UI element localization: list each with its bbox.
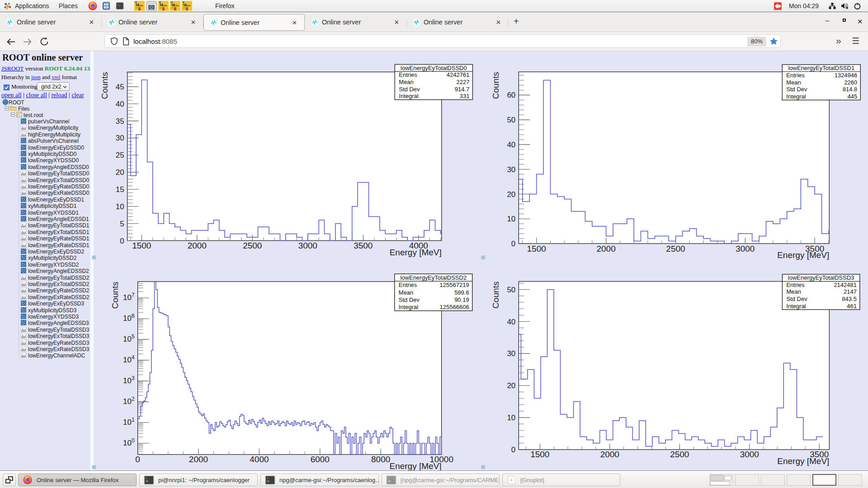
svg-text:4000: 4000 (250, 455, 269, 464)
svg-text:105: 105 (123, 333, 135, 343)
svg-text:1500: 1500 (132, 241, 151, 250)
svg-text:5: 5 (120, 220, 124, 228)
svg-text:2147: 2147 (844, 288, 857, 295)
svg-text:2260: 2260 (844, 79, 857, 86)
svg-text:Counts: Counts (110, 282, 120, 309)
svg-text:814.8: 814.8 (843, 86, 858, 93)
svg-text:Counts: Counts (491, 72, 500, 99)
svg-text:idas: idas (174, 4, 179, 7)
svg-text:lowEnergyEyTotalDSSD1: lowEnergyEyTotalDSSD1 (788, 65, 854, 71)
svg-text:100: 100 (123, 437, 135, 447)
svg-text:>: > (146, 476, 148, 480)
svg-text:599.6: 599.6 (454, 289, 469, 296)
svg-text:2142481: 2142481 (834, 282, 857, 288)
svg-text:30: 30 (507, 349, 515, 358)
svg-text:8000: 8000 (371, 455, 390, 464)
svg-text:843.5: 843.5 (842, 296, 857, 302)
svg-text:914.7: 914.7 (455, 86, 470, 93)
svg-text:2000: 2000 (596, 244, 615, 253)
svg-text:104: 104 (123, 354, 135, 364)
svg-text:0: 0 (511, 239, 515, 248)
svg-text:Integral: Integral (399, 304, 418, 310)
svg-text:90.19: 90.19 (454, 296, 469, 303)
svg-text:6000: 6000 (311, 455, 330, 464)
svg-text:Mean: Mean (399, 289, 414, 296)
svg-text:Integral: Integral (786, 303, 806, 310)
svg-text:125567219: 125567219 (440, 282, 469, 288)
svg-text:20: 20 (507, 381, 515, 390)
svg-text:Mean: Mean (786, 288, 801, 295)
svg-text:lowEnergyEyTotalDSSD3: lowEnergyEyTotalDSSD3 (788, 274, 854, 281)
svg-text:Integral: Integral (399, 93, 418, 99)
svg-text:Entries: Entries (786, 72, 805, 79)
svg-text:45: 45 (116, 83, 124, 91)
svg-text:Energy [MeV]: Energy [MeV] (390, 248, 442, 257)
svg-text:40: 40 (507, 141, 515, 149)
svg-text:2500: 2500 (666, 244, 685, 253)
svg-text:3500: 3500 (354, 241, 373, 250)
svg-text:2000: 2000 (189, 455, 208, 464)
svg-text:Entries: Entries (786, 282, 805, 288)
svg-text:35: 35 (116, 117, 124, 126)
svg-text:Energy [MeV]: Energy [MeV] (777, 250, 829, 260)
svg-text:0: 0 (135, 455, 140, 464)
svg-text:1324946: 1324946 (835, 72, 858, 79)
svg-text:60: 60 (507, 91, 515, 99)
svg-text:idas: idas (186, 4, 191, 7)
svg-text:4242761: 4242761 (447, 71, 470, 78)
svg-text:3000: 3000 (298, 241, 317, 250)
svg-text:101: 101 (123, 417, 135, 427)
svg-text:2500: 2500 (670, 450, 689, 459)
svg-text:Std Dev: Std Dev (399, 86, 420, 93)
svg-text:1500: 1500 (530, 450, 549, 459)
svg-text:2500: 2500 (243, 241, 262, 250)
svg-text:107: 107 (123, 292, 135, 302)
svg-text:30: 30 (116, 134, 124, 142)
svg-text:Mean: Mean (399, 79, 414, 85)
svg-text:331: 331 (460, 93, 470, 99)
svg-text:2000: 2000 (600, 450, 619, 459)
svg-text:40: 40 (507, 318, 515, 326)
svg-text:20: 20 (116, 168, 124, 177)
svg-text:20: 20 (507, 190, 515, 199)
svg-text:50: 50 (507, 286, 515, 294)
svg-text:Entries: Entries (399, 282, 417, 288)
svg-text:Counts: Counts (100, 72, 109, 99)
svg-text:30: 30 (507, 165, 515, 174)
svg-text:15: 15 (116, 185, 124, 194)
svg-text:103: 103 (123, 375, 135, 385)
svg-text:1500: 1500 (527, 244, 546, 253)
svg-text:Counts: Counts (491, 282, 500, 309)
svg-text:10: 10 (507, 413, 515, 422)
svg-text:Std Dev: Std Dev (786, 86, 807, 93)
svg-text:Std Dev: Std Dev (786, 296, 807, 302)
svg-text:Integral: Integral (786, 93, 806, 100)
svg-text:>: > (267, 476, 269, 480)
svg-text:>: > (388, 476, 390, 480)
svg-text:445: 445 (848, 93, 858, 100)
svg-text:Energy [MeV]: Energy [MeV] (389, 461, 441, 470)
svg-text:102: 102 (123, 396, 135, 406)
svg-text:25: 25 (116, 151, 124, 160)
svg-text:125566606: 125566606 (440, 304, 469, 310)
svg-text:106: 106 (123, 313, 135, 323)
svg-text:Entries: Entries (399, 71, 417, 78)
svg-text:>_: >_ (117, 3, 121, 7)
svg-text:idas: idas (162, 4, 167, 7)
svg-text:40: 40 (116, 100, 124, 108)
svg-text:10: 10 (116, 202, 124, 211)
svg-text:idas: idas (138, 4, 143, 7)
svg-text:3000: 3000 (736, 244, 755, 253)
svg-text:10: 10 (507, 215, 515, 223)
svg-text:lowEnergyEyTotalDSSD0: lowEnergyEyTotalDSSD0 (401, 65, 467, 71)
svg-text:461: 461 (847, 303, 857, 310)
svg-text:Energy [MeV]: Energy [MeV] (777, 456, 829, 466)
svg-text:0: 0 (511, 446, 515, 454)
svg-text:0: 0 (120, 237, 124, 245)
svg-text:Std Dev: Std Dev (399, 296, 420, 303)
svg-text:2227: 2227 (456, 79, 469, 85)
svg-text:3000: 3000 (740, 450, 759, 459)
svg-text:50: 50 (507, 116, 515, 124)
svg-text:2000: 2000 (188, 241, 207, 250)
svg-text:Mean: Mean (786, 79, 801, 86)
